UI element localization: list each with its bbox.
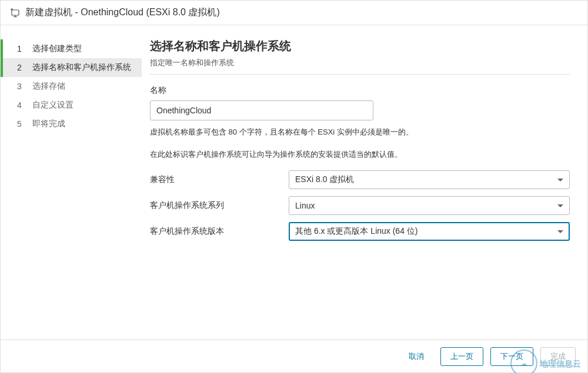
- guest-os-helper-text: 在此处标识客户机操作系统可让向导为操作系统的安装提供适当的默认值。: [150, 149, 570, 160]
- step-label: 选择名称和客户机操作系统: [32, 62, 131, 73]
- step-customize-settings[interactable]: 4 自定义设置: [1, 96, 142, 115]
- next-button[interactable]: 下一页: [490, 347, 533, 366]
- step-number: 4: [17, 100, 24, 110]
- chevron-down-icon: [557, 204, 563, 207]
- step-label: 选择存储: [32, 81, 65, 92]
- new-vm-dialog: 新建虚拟机 - OnethingCloud (ESXi 8.0 虚拟机) 1 选…: [0, 0, 588, 373]
- finish-button: 完成: [540, 347, 576, 366]
- select-value: 其他 6.x 或更高版本 Linux (64 位): [295, 226, 418, 237]
- step-select-creation-type[interactable]: 1 选择创建类型: [1, 39, 142, 58]
- step-ready-complete[interactable]: 5 即将完成: [1, 115, 142, 133]
- dialog-title-bar: 新建虚拟机 - OnethingCloud (ESXi 8.0 虚拟机): [1, 1, 587, 25]
- guest-os-version-row: 客户机操作系统版本 其他 6.x 或更高版本 Linux (64 位): [150, 222, 570, 241]
- cancel-button[interactable]: 取消: [399, 347, 433, 366]
- wizard-main-panel: 选择名称和客户机操作系统 指定唯一名称和操作系统 名称 虚拟机名称最多可包含 8…: [142, 25, 587, 340]
- step-label: 即将完成: [32, 119, 65, 129]
- dialog-body: 1 选择创建类型 2 选择名称和客户机操作系统 3 选择存储 4 自定义设置 5…: [1, 25, 587, 340]
- page-heading: 选择名称和客户机操作系统: [150, 38, 570, 54]
- guest-os-family-select[interactable]: Linux: [289, 196, 570, 215]
- name-label: 名称: [150, 85, 570, 96]
- dialog-title: 新建虚拟机 - OnethingCloud (ESXi 8.0 虚拟机): [25, 6, 220, 19]
- step-number: 3: [17, 82, 24, 91]
- compatibility-select[interactable]: ESXi 8.0 虚拟机: [289, 170, 570, 189]
- step-select-storage[interactable]: 3 选择存储: [1, 77, 142, 96]
- add-vm-icon: [10, 8, 21, 18]
- dialog-footer: 取消 上一页 下一页 完成: [1, 340, 587, 372]
- chevron-down-icon: [557, 179, 563, 182]
- vm-name-input[interactable]: [150, 100, 373, 120]
- guest-os-version-label: 客户机操作系统版本: [150, 226, 289, 237]
- compatibility-row: 兼容性 ESXi 8.0 虚拟机: [150, 170, 570, 189]
- step-label: 自定义设置: [32, 100, 74, 110]
- page-subtitle: 指定唯一名称和操作系统: [150, 58, 570, 68]
- select-value: ESXi 8.0 虚拟机: [295, 174, 354, 185]
- step-number: 2: [17, 63, 24, 72]
- select-value: Linux: [295, 201, 315, 210]
- guest-os-family-row: 客户机操作系统系列 Linux: [150, 196, 570, 215]
- chevron-down-icon: [557, 230, 563, 233]
- step-label: 选择创建类型: [32, 43, 82, 54]
- step-select-name-guest-os[interactable]: 2 选择名称和客户机操作系统: [1, 58, 142, 77]
- guest-os-family-label: 客户机操作系统系列: [150, 200, 289, 211]
- divider: [150, 74, 570, 75]
- guest-os-version-select[interactable]: 其他 6.x 或更高版本 Linux (64 位): [289, 222, 570, 241]
- back-button[interactable]: 上一页: [440, 347, 483, 366]
- wizard-sidebar: 1 选择创建类型 2 选择名称和客户机操作系统 3 选择存储 4 自定义设置 5…: [1, 25, 142, 340]
- step-number: 5: [17, 119, 24, 129]
- name-helper-text: 虚拟机名称最多可包含 80 个字符，且名称在每个 ESXi 实例中必须是唯一的。: [150, 126, 570, 138]
- svg-rect-0: [12, 10, 19, 15]
- step-number: 1: [17, 44, 24, 53]
- compatibility-label: 兼容性: [150, 174, 289, 185]
